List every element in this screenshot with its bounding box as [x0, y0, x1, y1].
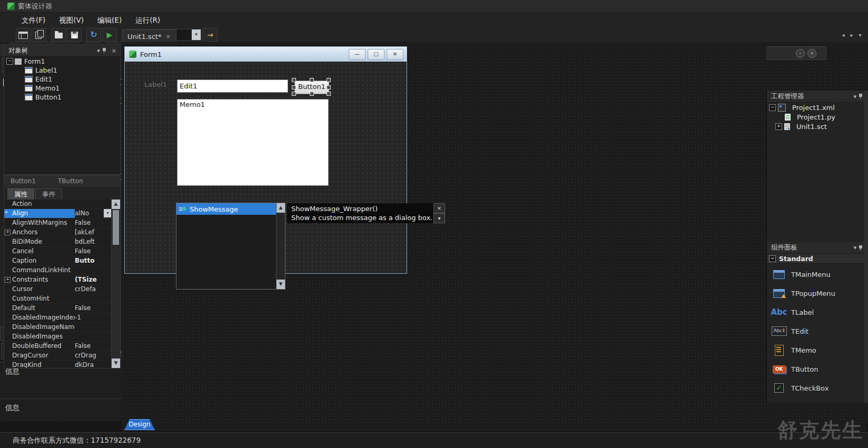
property-row-align[interactable]: Align»alNo▾ [4, 209, 112, 218]
close-icon[interactable]: × [807, 49, 816, 58]
palette-group-standard[interactable]: − Standard [767, 254, 868, 264]
property-value[interactable]: alNo▾ [75, 209, 112, 218]
property-value[interactable]: crDefa [75, 285, 112, 294]
property-value[interactable]: crDrag [75, 351, 112, 360]
property-value[interactable]: False [75, 218, 112, 227]
maximize-button[interactable]: ▢ [368, 49, 384, 60]
save-form-button[interactable] [67, 28, 82, 42]
tab-scroll-right-icon[interactable]: ▸ [848, 31, 855, 40]
object-selector[interactable]: Button1 TButton [4, 175, 120, 187]
property-row-dragkind[interactable]: DragKinddkDra [4, 361, 112, 368]
scroll-up-button[interactable]: ▲ [277, 203, 285, 213]
expand-icon[interactable]: + [5, 277, 11, 283]
designer-menu-item-2[interactable]: 视图(V) [52, 13, 91, 27]
designer-doc-tab[interactable]: Unit1.sct* × [122, 29, 176, 43]
inspector-tab-1[interactable]: 属性 [7, 188, 34, 200]
property-row-constraints[interactable]: +Constraints(TSize [4, 275, 112, 285]
new-form-button[interactable] [16, 28, 31, 42]
property-value[interactable] [75, 294, 112, 303]
designer-menu-item-3[interactable]: 编辑(E) [91, 13, 129, 27]
property-value[interactable]: bdLeft [75, 237, 112, 246]
property-row-disabledimages[interactable]: DisabledImages [4, 332, 112, 342]
expand-icon[interactable]: + [5, 230, 11, 235]
pin-icon[interactable] [102, 47, 110, 54]
autocomplete-item[interactable]: ShowMessage [176, 203, 277, 215]
property-value[interactable]: (TSize [75, 275, 112, 284]
refresh-button[interactable]: ↻ [86, 28, 101, 42]
property-value[interactable]: False [75, 304, 112, 313]
close-icon[interactable]: × [165, 33, 170, 40]
collapse-icon[interactable]: − [769, 104, 776, 111]
selection-handle[interactable] [310, 92, 314, 96]
selection-handle[interactable] [292, 85, 296, 89]
panel-scroll-strip[interactable] [864, 91, 868, 403]
chevron-down-icon[interactable]: ▾ [433, 213, 445, 223]
property-value[interactable] [75, 332, 112, 341]
property-row-doublebuffered[interactable]: DoubleBufferedFalse [4, 342, 112, 351]
close-icon[interactable]: × [110, 47, 118, 54]
selection-handle[interactable] [327, 92, 331, 96]
palette-item-tpopupmenu[interactable]: TPopupMenu [767, 284, 868, 303]
property-row-customhint[interactable]: CustomHint [4, 294, 112, 304]
palette-item-tedit[interactable]: AbcTEdit [767, 322, 868, 341]
property-row-caption[interactable]: CaptionButto [4, 256, 112, 266]
edit1-control[interactable]: Edit1 [177, 79, 288, 93]
open-form-button[interactable] [51, 28, 66, 42]
label1-control[interactable]: Label1 [144, 81, 167, 88]
property-value[interactable] [75, 266, 112, 275]
tab-list-icon[interactable]: ▾ [856, 31, 864, 40]
property-row-bidimode[interactable]: BiDiModebdLeft [4, 237, 112, 247]
property-row-disabledimageindex[interactable]: DisabledImageIndex-1 [4, 313, 112, 323]
designer-menu-item-1[interactable]: 文件(F) [15, 13, 52, 27]
selection-handle[interactable] [310, 78, 314, 82]
palette-item-tmainmenu[interactable]: TMainMenu [767, 265, 868, 284]
palette-item-tmemo[interactable]: TMemo [767, 341, 868, 360]
property-value[interactable] [75, 200, 112, 208]
palette-item-tlabel[interactable]: AbcTLabel [767, 303, 868, 322]
scroll-down-button[interactable]: ▼ [112, 359, 120, 368]
object-tree-item-memo1[interactable]: Memo1 [4, 84, 120, 93]
scrollbar-thumb[interactable] [113, 210, 119, 245]
property-row-dragcursor[interactable]: DragCursorcrDrag [4, 351, 112, 361]
project-tree-item-2[interactable]: +Unit1.sct [767, 122, 868, 131]
designer-menu-item-4[interactable]: 运行(R) [129, 13, 167, 27]
run-form-button[interactable]: ▶ [102, 28, 117, 42]
close-button[interactable]: ✕ [387, 49, 403, 60]
close-icon[interactable]: × [433, 203, 445, 213]
property-row-disabledimagename[interactable]: DisabledImageName [4, 323, 112, 332]
expand-icon[interactable]: + [775, 123, 782, 130]
scroll-down-button[interactable]: ▼ [277, 280, 285, 289]
minimize-button[interactable]: — [349, 49, 366, 60]
palette-item-tcheckbox[interactable]: ✓TCheckBox [767, 379, 868, 397]
chevron-down-icon[interactable]: ▾ [104, 209, 112, 217]
minimize-icon[interactable]: – [796, 49, 805, 58]
property-row-alignwithmargins[interactable]: AlignWithMarginsFalse [4, 218, 112, 228]
selection-handle[interactable] [292, 78, 296, 82]
design-view-tab[interactable]: Design [124, 419, 155, 430]
property-value[interactable]: [akLef [75, 228, 112, 237]
chevron-down-icon[interactable]: ▾ [192, 29, 201, 40]
chevron-down-icon[interactable]: ▾ [852, 244, 858, 251]
object-tree-item-label1[interactable]: Label1 [4, 66, 120, 75]
scroll-up-button[interactable]: ▲ [112, 200, 120, 209]
object-tree-item-button1[interactable]: Button1 [4, 93, 120, 102]
selection-handle[interactable] [292, 92, 296, 96]
property-row-anchors[interactable]: +Anchors[akLef [4, 228, 112, 237]
property-value[interactable]: Butto [75, 256, 112, 265]
palette-item-tbutton[interactable]: OKTButton [767, 360, 868, 379]
project-tree-item-1[interactable]: Project1.py [767, 112, 868, 122]
chevron-down-icon[interactable]: ▾ [852, 93, 858, 100]
collapse-icon[interactable]: − [769, 255, 776, 262]
collapse-icon[interactable]: − [6, 58, 13, 65]
chevron-down-icon[interactable]: ▾ [95, 47, 102, 54]
object-tree-item-form1[interactable]: −Form1 [4, 57, 120, 66]
property-value[interactable]: dkDra [75, 361, 112, 368]
property-value[interactable]: False [75, 342, 112, 351]
property-value[interactable]: False [75, 247, 112, 256]
tab-scroll-left-icon[interactable]: ◂ [840, 31, 847, 40]
property-row-cursor[interactable]: CursorcrDefa [4, 285, 112, 294]
property-row-action[interactable]: Action [4, 200, 112, 209]
property-value[interactable] [75, 323, 112, 332]
selection-handle[interactable] [327, 85, 331, 89]
property-row-commandlinkhint[interactable]: CommandLinkHint [4, 266, 112, 275]
